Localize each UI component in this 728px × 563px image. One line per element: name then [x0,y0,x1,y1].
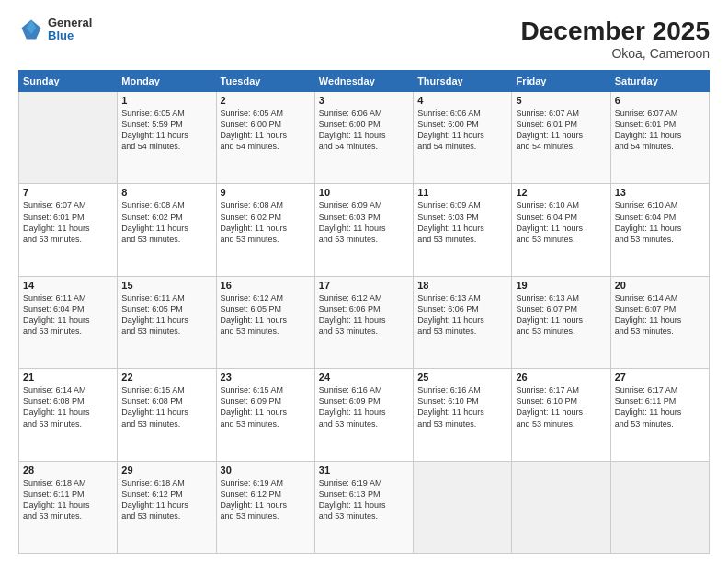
calendar-cell: 14Sunrise: 6:11 AMSunset: 6:04 PMDayligh… [19,276,118,368]
day-info: Sunrise: 6:13 AMSunset: 6:06 PMDaylight:… [417,293,507,338]
day-number: 5 [516,95,606,106]
day-number: 26 [516,372,606,383]
calendar-cell: 2Sunrise: 6:05 AMSunset: 6:00 PMDaylight… [216,92,314,184]
calendar-cell: 17Sunrise: 6:12 AMSunset: 6:06 PMDayligh… [314,276,413,368]
day-number: 4 [417,95,507,106]
logo-blue: Blue [48,29,92,42]
logo-general: General [48,17,92,29]
day-info: Sunrise: 6:11 AMSunset: 6:04 PMDaylight:… [23,293,113,338]
calendar-cell [19,92,118,184]
column-header-monday: Monday [118,71,216,92]
calendar-cell: 4Sunrise: 6:06 AMSunset: 6:00 PMDaylight… [414,92,512,184]
calendar-cell: 8Sunrise: 6:08 AMSunset: 6:02 PMDaylight… [118,184,216,276]
day-info: Sunrise: 6:06 AMSunset: 6:00 PMDaylight:… [319,108,409,153]
day-info: Sunrise: 6:19 AMSunset: 6:13 PMDaylight:… [319,477,409,523]
day-number: 29 [121,465,211,476]
day-info: Sunrise: 6:11 AMSunset: 6:05 PMDaylight:… [121,293,211,338]
calendar-table: SundayMondayTuesdayWednesdayThursdayFrid… [18,70,710,554]
calendar-cell: 30Sunrise: 6:19 AMSunset: 6:12 PMDayligh… [216,461,314,553]
day-number: 19 [516,280,606,291]
day-info: Sunrise: 6:14 AMSunset: 6:08 PMDaylight:… [23,385,113,430]
day-info: Sunrise: 6:16 AMSunset: 6:09 PMDaylight:… [319,385,409,430]
calendar-cell [610,461,709,553]
calendar-cell: 26Sunrise: 6:17 AMSunset: 6:10 PMDayligh… [512,369,610,461]
day-info: Sunrise: 6:17 AMSunset: 6:11 PMDaylight:… [615,385,705,430]
calendar-title: December 2025 [521,17,710,46]
page: General Blue December 2025 Okoa, Cameroo… [0,0,728,563]
day-info: Sunrise: 6:09 AMSunset: 6:03 PMDaylight:… [319,200,409,245]
calendar-cell: 1Sunrise: 6:05 AMSunset: 5:59 PMDaylight… [118,92,216,184]
calendar-cell: 22Sunrise: 6:15 AMSunset: 6:08 PMDayligh… [118,369,216,461]
logo-icon [18,17,44,42]
day-info: Sunrise: 6:07 AMSunset: 6:01 PMDaylight:… [615,108,705,153]
calendar-cell: 24Sunrise: 6:16 AMSunset: 6:09 PMDayligh… [314,369,413,461]
calendar-cell: 7Sunrise: 6:07 AMSunset: 6:01 PMDaylight… [19,184,118,276]
column-header-thursday: Thursday [414,71,512,92]
day-info: Sunrise: 6:05 AMSunset: 6:00 PMDaylight:… [221,108,311,153]
day-info: Sunrise: 6:07 AMSunset: 6:01 PMDaylight:… [516,108,606,153]
column-header-saturday: Saturday [610,71,709,92]
day-number: 8 [121,187,211,198]
day-info: Sunrise: 6:14 AMSunset: 6:07 PMDaylight:… [615,293,705,338]
calendar-cell [414,461,512,553]
week-row-3: 14Sunrise: 6:11 AMSunset: 6:04 PMDayligh… [19,276,710,368]
day-info: Sunrise: 6:13 AMSunset: 6:07 PMDaylight:… [516,293,606,338]
day-number: 28 [23,465,113,476]
day-info: Sunrise: 6:12 AMSunset: 6:05 PMDaylight:… [221,293,311,338]
day-info: Sunrise: 6:18 AMSunset: 6:12 PMDaylight:… [121,477,211,523]
week-row-4: 21Sunrise: 6:14 AMSunset: 6:08 PMDayligh… [19,369,710,461]
calendar-body: 1Sunrise: 6:05 AMSunset: 5:59 PMDaylight… [19,92,710,554]
calendar-cell: 18Sunrise: 6:13 AMSunset: 6:06 PMDayligh… [414,276,512,368]
calendar-cell: 16Sunrise: 6:12 AMSunset: 6:05 PMDayligh… [216,276,314,368]
day-number: 18 [417,280,507,291]
calendar-cell: 27Sunrise: 6:17 AMSunset: 6:11 PMDayligh… [610,369,709,461]
day-number: 6 [615,95,705,106]
calendar-cell: 12Sunrise: 6:10 AMSunset: 6:04 PMDayligh… [512,184,610,276]
day-number: 31 [319,465,409,476]
calendar-cell: 10Sunrise: 6:09 AMSunset: 6:03 PMDayligh… [314,184,413,276]
calendar-cell: 5Sunrise: 6:07 AMSunset: 6:01 PMDaylight… [512,92,610,184]
day-info: Sunrise: 6:08 AMSunset: 6:02 PMDaylight:… [221,200,311,245]
logo: General Blue [18,17,92,43]
logo-text: General Blue [48,17,92,43]
calendar-cell: 29Sunrise: 6:18 AMSunset: 6:12 PMDayligh… [118,461,216,553]
calendar-cell: 20Sunrise: 6:14 AMSunset: 6:07 PMDayligh… [610,276,709,368]
day-number: 24 [319,372,409,383]
column-header-sunday: Sunday [19,71,118,92]
day-number: 22 [121,372,211,383]
calendar-cell: 15Sunrise: 6:11 AMSunset: 6:05 PMDayligh… [118,276,216,368]
header-row: SundayMondayTuesdayWednesdayThursdayFrid… [19,71,710,92]
day-number: 23 [221,372,311,383]
day-number: 21 [23,372,113,383]
day-number: 9 [221,187,311,198]
day-info: Sunrise: 6:06 AMSunset: 6:00 PMDaylight:… [417,108,507,153]
day-info: Sunrise: 6:10 AMSunset: 6:04 PMDaylight:… [516,200,606,245]
calendar-cell: 21Sunrise: 6:14 AMSunset: 6:08 PMDayligh… [19,369,118,461]
day-info: Sunrise: 6:16 AMSunset: 6:10 PMDaylight:… [417,385,507,430]
day-info: Sunrise: 6:15 AMSunset: 6:08 PMDaylight:… [121,385,211,430]
day-number: 20 [615,280,705,291]
calendar-cell: 6Sunrise: 6:07 AMSunset: 6:01 PMDaylight… [610,92,709,184]
day-number: 2 [221,95,311,106]
calendar-cell: 9Sunrise: 6:08 AMSunset: 6:02 PMDaylight… [216,184,314,276]
calendar-cell: 23Sunrise: 6:15 AMSunset: 6:09 PMDayligh… [216,369,314,461]
day-info: Sunrise: 6:12 AMSunset: 6:06 PMDaylight:… [319,293,409,338]
day-number: 15 [121,280,211,291]
day-info: Sunrise: 6:19 AMSunset: 6:12 PMDaylight:… [221,477,311,523]
day-number: 10 [319,187,409,198]
day-number: 7 [23,187,113,198]
column-header-wednesday: Wednesday [314,71,413,92]
week-row-1: 1Sunrise: 6:05 AMSunset: 5:59 PMDaylight… [19,92,710,184]
calendar-cell: 19Sunrise: 6:13 AMSunset: 6:07 PMDayligh… [512,276,610,368]
calendar-cell: 13Sunrise: 6:10 AMSunset: 6:04 PMDayligh… [610,184,709,276]
calendar-cell [512,461,610,553]
day-number: 16 [221,280,311,291]
calendar-subtitle: Okoa, Cameroon [521,46,710,61]
calendar-cell: 25Sunrise: 6:16 AMSunset: 6:10 PMDayligh… [414,369,512,461]
calendar-cell: 31Sunrise: 6:19 AMSunset: 6:13 PMDayligh… [314,461,413,553]
day-number: 1 [121,95,211,106]
day-number: 12 [516,187,606,198]
day-info: Sunrise: 6:07 AMSunset: 6:01 PMDaylight:… [23,200,113,245]
day-info: Sunrise: 6:17 AMSunset: 6:10 PMDaylight:… [516,385,606,430]
day-number: 25 [417,372,507,383]
